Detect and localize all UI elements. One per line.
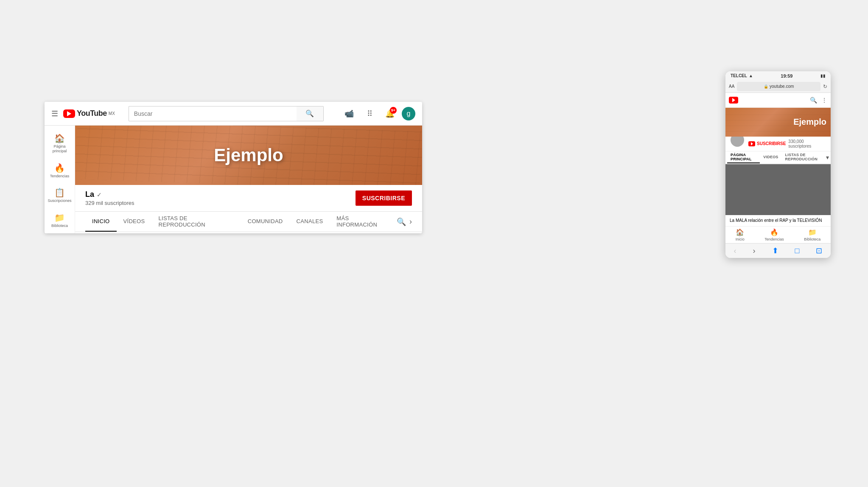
home-icon: 🏠 [54, 134, 65, 143]
sidebar-subscriptions-label: Suscripciones [48, 199, 71, 203]
trending-icon: 🔥 [54, 164, 65, 172]
mobile-tab-videos[interactable]: VIDEOS [760, 151, 781, 163]
mobile-youtube-window: TELCEL ▲ 19:59 ▮▮ AA 🔒 youtube.com ↻ 🔍 ⋮… [725, 71, 831, 258]
yt-logo-mx: MX [109, 111, 115, 116]
mobile-subscribe-text: SUSCRIBIRSE [757, 141, 786, 146]
mobile-yt-topbar: 🔍 ⋮ [725, 93, 831, 108]
subscriptions-icon: 📋 [54, 188, 65, 197]
channel-banner: Ejemplo [75, 126, 422, 185]
menu-icon[interactable]: ☰ [51, 109, 58, 118]
tab-community[interactable]: COMUNIDAD [241, 212, 290, 232]
mobile-nav-trending[interactable]: 🔥 Tendencias [764, 228, 784, 241]
mobile-home-label: Inicio [736, 237, 745, 241]
search-icon: 🔍 [305, 109, 314, 118]
sidebar-item-subscriptions[interactable]: 📋 Suscripciones [46, 183, 73, 207]
mobile-library-label: Biblioteca [804, 237, 820, 241]
browser-back-button[interactable]: ‹ [734, 246, 736, 255]
search-form: 🔍 [129, 106, 324, 121]
channel-identity: La ✓ 329 mil suscriptores [85, 190, 134, 206]
tab-channels[interactable]: CANALES [290, 212, 330, 232]
mobile-carrier: TELCEL ▲ [731, 73, 753, 78]
notifications-button[interactable]: 🔔 9+ [381, 105, 398, 122]
mobile-subscribe-area[interactable]: SUSCRIBIRSE [748, 141, 786, 146]
mobile-url-bar[interactable]: 🔒 youtube.com [737, 82, 820, 91]
main-content: 🏠 Página principal 🔥 Tendencias 📋 Suscri… [45, 126, 422, 233]
yt-logo-text: YouTube [77, 109, 107, 118]
sidebar-library-label: Biblioteca [51, 224, 68, 228]
mobile-channel-subs: SUSCRIBIRSE 330,000 suscriptores [748, 139, 826, 148]
yt-logo-icon [63, 109, 75, 118]
channel-banner-title: Ejemplo [214, 145, 283, 165]
mobile-yt-logo[interactable] [729, 97, 738, 104]
desktop-youtube-window: ☰ YouTube MX 🔍 📹 ⠿ 🔔 9+ g [45, 102, 422, 233]
subscriber-count: 329 mil suscriptores [85, 200, 134, 206]
camera-button[interactable]: 📹 [341, 105, 358, 122]
search-button[interactable]: 🔍 [297, 106, 324, 121]
tab-videos[interactable]: VÍDEOS [117, 212, 152, 232]
mobile-nav-home[interactable]: 🏠 Inicio [736, 228, 745, 241]
verified-icon: ✓ [97, 191, 102, 198]
mobile-nav-library[interactable]: 📁 Biblioteca [804, 228, 820, 241]
camera-icon: 📹 [344, 109, 354, 118]
sidebar-home-label: Página principal [50, 144, 70, 154]
mobile-battery: ▮▮ [820, 73, 826, 78]
browser-tabs-button[interactable]: ⊡ [816, 246, 822, 255]
apps-button[interactable]: ⠿ [361, 105, 378, 122]
wifi-signal-icon: ▲ [749, 73, 753, 78]
mobile-subscribe-logo [748, 141, 755, 146]
notification-badge: 9+ [390, 107, 397, 114]
sidebar-item-library[interactable]: 📁 Biblioteca [46, 208, 73, 232]
tab-playlists[interactable]: LISTAS DE REPRODUCCIÓN [151, 212, 241, 232]
mobile-aa-button[interactable]: AA [729, 84, 734, 89]
mobile-bottom-nav: 🏠 Inicio 🔥 Tendencias 📁 Biblioteca [725, 226, 831, 243]
mobile-search-icon[interactable]: 🔍 [810, 97, 817, 104]
mobile-channel-info: SUSCRIBIRSE 330,000 suscriptores [725, 137, 831, 151]
refresh-button[interactable]: ↻ [823, 84, 827, 90]
mobile-tabs-more-icon[interactable]: ▾ [826, 154, 829, 161]
browser-forward-button[interactable]: › [753, 246, 756, 255]
mobile-url-text: youtube.com [770, 84, 794, 89]
topbar: ☰ YouTube MX 🔍 📹 ⠿ 🔔 9+ g [45, 102, 422, 126]
sidebar-item-home[interactable]: 🏠 Página principal [46, 129, 73, 157]
mobile-video-title: La MALA relación entre el RAP y la TELEV… [725, 215, 831, 226]
channel-content: Ejemplo La ✓ 329 mil suscriptores SUSCRI… [75, 126, 422, 233]
mobile-channel-banner: Ejemplo [725, 108, 831, 137]
channel-tabs: INICIO VÍDEOS LISTAS DE REPRODUCCIÓN COM… [75, 212, 422, 232]
mobile-tab-playlists[interactable]: LISTAS DE REPRODUCCIÓN [782, 151, 826, 163]
battery-icon: ▮▮ [820, 73, 826, 78]
mobile-home-icon: 🏠 [736, 228, 744, 236]
mobile-library-icon: 📁 [808, 228, 817, 236]
mobile-browser-bar: AA 🔒 youtube.com ↻ [725, 80, 831, 93]
lock-icon: 🔒 [764, 84, 768, 89]
channel-info-bar: La ✓ 329 mil suscriptores SUSCRIBIRSE [75, 185, 422, 212]
mobile-sub-count: 330,000 suscriptores [788, 139, 826, 148]
library-icon: 📁 [54, 213, 65, 222]
mobile-trending-icon: 🔥 [770, 228, 778, 236]
sidebar: 🏠 Página principal 🔥 Tendencias 📋 Suscri… [45, 126, 75, 233]
tab-more-icon[interactable]: › [409, 217, 412, 226]
mobile-banner-title: Ejemplo [793, 117, 826, 127]
mobile-channel-tabs: PÁGINA PRINCIPAL VIDEOS LISTAS DE REPROD… [725, 151, 831, 164]
browser-bookmarks-button[interactable]: □ [795, 246, 800, 255]
mobile-time: 19:59 [781, 73, 792, 78]
subscribe-button[interactable]: SUSCRIBIRSE [356, 190, 412, 206]
mobile-topbar-actions: 🔍 ⋮ [810, 97, 827, 104]
search-input[interactable] [129, 106, 297, 121]
apps-icon: ⠿ [367, 109, 372, 118]
mobile-more-icon[interactable]: ⋮ [821, 97, 827, 104]
youtube-logo[interactable]: YouTube MX [63, 109, 115, 118]
mobile-video-thumbnail[interactable] [725, 164, 831, 215]
mobile-browser-bottom-bar: ‹ › ⬆ □ ⊡ [725, 243, 831, 258]
tab-about[interactable]: MÁS INFORMACIÓN [330, 212, 397, 232]
user-avatar[interactable]: g [402, 107, 415, 120]
mobile-trending-label: Tendencias [764, 237, 784, 241]
sidebar-trending-label: Tendencias [50, 174, 70, 179]
channel-name: La [85, 190, 94, 199]
browser-share-button[interactable]: ⬆ [772, 246, 778, 255]
topbar-actions: 📹 ⠿ 🔔 9+ g [341, 105, 415, 122]
sidebar-item-trending[interactable]: 🔥 Tendencias [46, 159, 73, 182]
mobile-tab-home[interactable]: PÁGINA PRINCIPAL [727, 151, 760, 163]
tab-inicio[interactable]: INICIO [85, 212, 117, 232]
tab-search-icon[interactable]: 🔍 [397, 217, 406, 227]
mobile-status-bar: TELCEL ▲ 19:59 ▮▮ [725, 71, 831, 80]
